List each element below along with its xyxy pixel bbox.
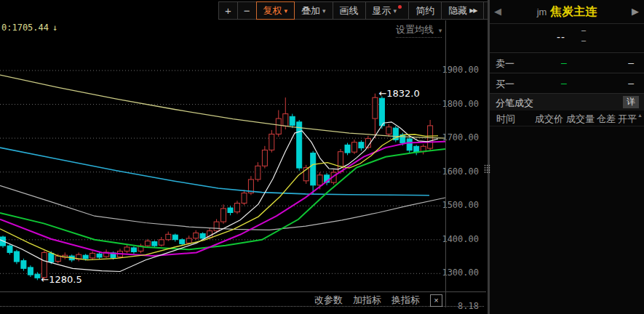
indicator-bar: 改参数 加指标 换指标 × [0, 294, 442, 307]
trading-terminal: { "toolbar": { "zoom_in": "+", "zoom_out… [0, 0, 644, 314]
switch-indicator-link[interactable]: 换指标 [391, 294, 420, 307]
ma-cyan [0, 148, 429, 196]
last-price-value: -- [557, 31, 565, 43]
add-indicator-link[interactable]: 加指标 [353, 294, 381, 307]
splitter-grip-icon[interactable] [484, 164, 490, 174]
chart-toolbar: + − 复权▾ 叠加▾ 画线 显示▾ 简约 隐藏▶▶ [219, 1, 506, 20]
next-contract-arrow[interactable]: ▶ [632, 6, 639, 17]
candlestick-chart[interactable] [0, 0, 445, 291]
chart-right-border [445, 20, 446, 307]
ma-gray [0, 185, 445, 230]
y-axis-tick: 1800.00 [442, 99, 479, 109]
contract-title[interactable]: jm焦炭主连 [490, 4, 644, 20]
notification-dot [398, 5, 402, 9]
overlay-button[interactable]: 叠加▾ [294, 1, 333, 20]
tick-table-header: 时间 成交价 成交量 仓差 开平 ▲ [490, 110, 644, 126]
change-value: – [581, 25, 586, 35]
contract-code: jm [537, 7, 547, 17]
change-params-link[interactable]: 改参数 [314, 294, 343, 307]
ask-volume: – [628, 57, 634, 68]
change-values: – – [581, 25, 586, 45]
down-arrow-icon: ↓ [52, 23, 57, 33]
ask-price: – [561, 57, 567, 68]
contract-name: 焦炭主连 [550, 5, 597, 17]
ma-green [0, 149, 445, 249]
ask-row: 卖一 – – [490, 52, 644, 73]
adjust-price-button[interactable]: 复权▾ [256, 1, 295, 20]
y-axis-tick: 1400.00 [442, 234, 479, 244]
col-volume: 成交量 [566, 113, 595, 126]
quote-header: ◀ jm焦炭主连 ▶ [490, 0, 644, 24]
y-axis-tick: 1700.00 [442, 132, 479, 142]
draw-line-button[interactable]: 画线 [333, 1, 366, 20]
y-axis-tick: 1600.00 [442, 166, 479, 177]
tick-list-empty [490, 126, 644, 302]
tick-trade-section: 分笔成交 详 [490, 94, 644, 110]
ask-label: 卖一 [496, 57, 514, 71]
ma-slow-yellow [0, 75, 445, 138]
chevron-down-icon: ▾ [285, 7, 288, 15]
hide-panel-button[interactable]: 隐藏▶▶ [441, 1, 484, 20]
last-price-block: -- – – [490, 24, 644, 52]
bid-volume: – [628, 77, 634, 89]
bid-label: 买一 [496, 78, 514, 91]
ma-value-label: 0:1705.44↓ [1, 23, 57, 33]
detail-button[interactable]: 详 [623, 96, 639, 108]
ma-fast-white [0, 122, 438, 272]
quote-panel: ◀ jm焦炭主连 ▶ -- – – 卖一 – – 买一 – – 分笔成交 详 时… [490, 0, 644, 314]
zoom-out-button[interactable]: − [237, 1, 257, 20]
change-percent: – [581, 35, 586, 45]
col-price: 成交价 [535, 113, 563, 126]
y-axis-tick: 1900.00 [442, 65, 479, 75]
display-button[interactable]: 显示▾ [365, 1, 410, 20]
panel-splitter[interactable] [488, 0, 490, 314]
bid-price: – [561, 77, 567, 89]
y-axis-tick: 1300.00 [442, 267, 479, 278]
double-arrow-icon: ▶▶ [469, 7, 477, 14]
chevron-down-icon: ▾ [439, 27, 442, 34]
zoom-in-button[interactable]: + [218, 1, 238, 20]
scroll-up-icon[interactable]: ▲ [637, 113, 643, 118]
tick-trade-title: 分笔成交 [496, 97, 533, 110]
chevron-down-icon: ▾ [322, 7, 326, 15]
price-axis: 8.18 1900.001800.001700.001600.001500.00… [445, 0, 480, 314]
col-position-change: 仓差 [597, 113, 616, 126]
chevron-down-icon: ▾ [394, 7, 397, 15]
ma-settings-button[interactable]: 设置均线 ▾ [396, 23, 442, 38]
y-axis-tick: 1500.00 [442, 200, 479, 210]
close-indicator-button[interactable]: × [430, 294, 442, 307]
simple-mode-button[interactable]: 简约 [408, 1, 442, 20]
col-open-close: 开平 [618, 113, 637, 126]
pane-divider[interactable] [0, 291, 486, 292]
col-time: 时间 [496, 113, 515, 126]
bid-row: 买一 – – [490, 73, 644, 94]
